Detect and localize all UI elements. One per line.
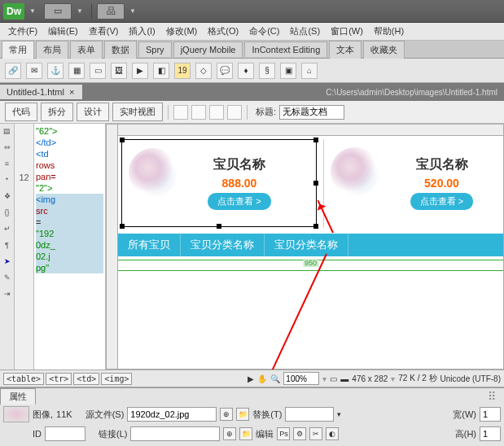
server-icon[interactable]: ◇	[195, 63, 212, 79]
link-input[interactable]	[130, 426, 220, 441]
document-path: C:\Users\admin\Desktop\images\Untitled-1…	[326, 88, 504, 97]
menu-view[interactable]: 查看(V)	[84, 24, 124, 39]
templates-icon[interactable]: ▣	[280, 63, 296, 79]
zoom-icon[interactable]: 🔍	[270, 374, 280, 383]
format-icon[interactable]: ✎	[2, 272, 13, 283]
tab-text[interactable]: 文本	[329, 41, 362, 59]
menu-modify[interactable]: 修改(M)	[161, 24, 203, 39]
menu-insert[interactable]: 插入(I)	[124, 24, 160, 39]
menu-file[interactable]: 文件(F)	[3, 24, 42, 39]
code-view-button[interactable]: 代码	[5, 103, 37, 121]
menu-site[interactable]: 站点(S)	[285, 24, 325, 39]
close-icon[interactable]: ×	[69, 87, 74, 97]
id-input[interactable]	[45, 426, 85, 441]
line-number: 12	[19, 173, 28, 182]
browser-nav-icon[interactable]	[209, 105, 224, 120]
code-column[interactable]: "62"> </td> <td rows pan= "2"> <img src …	[34, 124, 106, 369]
menu-help[interactable]: 帮助(H)	[369, 24, 409, 39]
live-code-icon[interactable]	[191, 105, 206, 120]
inspect-icon[interactable]	[173, 105, 188, 120]
highlight-icon[interactable]: {}	[2, 207, 13, 218]
title-input[interactable]	[279, 105, 344, 120]
browse-folder-icon[interactable]: 📁	[239, 427, 252, 440]
tag-table[interactable]: <table>	[3, 373, 44, 385]
alt-input[interactable]	[285, 407, 334, 422]
menu-window[interactable]: 窗口(W)	[326, 24, 368, 39]
menu-format[interactable]: 格式(O)	[203, 24, 243, 39]
height-input[interactable]	[480, 426, 501, 441]
design-view[interactable]: 宝贝名称 888.00 点击查看 > 宝贝名称 520.00 点击查看 >	[106, 124, 504, 369]
div-icon[interactable]: ▭	[90, 63, 106, 79]
screen-icon[interactable]: ▬	[340, 374, 348, 383]
tag-tr[interactable]: <tr>	[46, 373, 72, 385]
anchor-icon[interactable]: ⚓	[47, 63, 64, 79]
layout-switch-button[interactable]: ▭	[44, 3, 72, 20]
document-tab[interactable]: Untitled-1.html ×	[0, 85, 82, 99]
chevron-down-icon[interactable]: ▼	[129, 7, 139, 15]
tab-forms[interactable]: 表单	[70, 41, 103, 59]
hand-icon[interactable]: ✋	[257, 374, 267, 383]
widget-icon[interactable]: ◧	[153, 63, 169, 79]
indent-icon[interactable]: ⇥	[2, 288, 13, 300]
split-view-button[interactable]: 拆分	[41, 103, 73, 121]
open-docs-icon[interactable]: ▤	[2, 125, 13, 137]
nav-item[interactable]: 所有宝贝	[118, 234, 181, 256]
collapse-icon[interactable]: ⇔	[2, 142, 13, 153]
line-numbers-icon[interactable]: ❖	[2, 190, 13, 202]
image-icon[interactable]: 🖼	[111, 63, 127, 79]
viewport-icon[interactable]: ▭	[330, 374, 337, 383]
paw-icon[interactable]: ⠿	[488, 390, 496, 403]
syntax-icon[interactable]: ¶	[2, 239, 13, 251]
tab-spry[interactable]: Spry	[138, 42, 172, 57]
crop-icon[interactable]: ✂	[309, 427, 322, 440]
tag-img[interactable]: <img>	[101, 373, 132, 385]
word-wrap-icon[interactable]: ↵	[2, 223, 13, 234]
comment-icon[interactable]: 💬	[217, 63, 233, 79]
pointer-icon[interactable]: ▶	[248, 374, 254, 383]
expand-icon[interactable]: ≡	[2, 158, 13, 169]
hyperlink-icon[interactable]: 🔗	[5, 63, 21, 79]
properties-tab[interactable]: 属性	[0, 388, 36, 404]
selected-image[interactable]: 宝贝名称 888.00 点击查看 >	[121, 139, 317, 227]
email-icon[interactable]: ✉	[26, 63, 42, 79]
refresh-icon[interactable]	[227, 105, 242, 120]
tab-common[interactable]: 常用	[2, 41, 34, 59]
chevron-down-icon[interactable]: ▼	[29, 7, 39, 15]
select-parent-icon[interactable]: *	[2, 174, 13, 186]
edit-ps-icon[interactable]: Ps	[277, 427, 290, 440]
script-icon[interactable]: §	[259, 63, 275, 79]
design-view-button[interactable]: 设计	[77, 103, 109, 121]
table-icon[interactable]: ▦	[68, 63, 85, 79]
view-button[interactable]: 点击查看 >	[208, 193, 270, 210]
zoom-input[interactable]	[283, 372, 319, 385]
tab-layout[interactable]: 布局	[36, 41, 68, 59]
menu-commands[interactable]: 命令(C)	[244, 24, 284, 39]
src-input[interactable]	[127, 407, 217, 422]
view-button[interactable]: 点击查看 >	[410, 193, 473, 210]
point-to-file-icon[interactable]: ⊕	[220, 408, 233, 421]
tag-td[interactable]: <td>	[73, 373, 99, 385]
point-to-file-icon[interactable]: ⊕	[223, 427, 236, 440]
edit-settings-icon[interactable]: ⚙	[293, 427, 306, 440]
tab-fav[interactable]: 收藏夹	[363, 41, 405, 59]
nav-item[interactable]: 宝贝分类名称	[181, 234, 265, 256]
tab-data[interactable]: 数据	[104, 41, 137, 59]
workspace-button[interactable]: 品	[97, 3, 125, 20]
thumb-icon	[3, 406, 29, 422]
arrow-icon[interactable]: ➤	[2, 256, 13, 267]
menu-edit[interactable]: 编辑(E)	[43, 24, 83, 39]
browse-folder-icon[interactable]: 📁	[236, 408, 249, 421]
tag-icon[interactable]: ⌂	[301, 63, 318, 79]
live-view-button[interactable]: 实时视图	[112, 103, 163, 121]
media-icon[interactable]: ▶	[132, 63, 148, 79]
tab-jquery[interactable]: jQuery Mobile	[173, 42, 243, 57]
tab-ice[interactable]: InContext Editing	[244, 42, 327, 57]
main-area: ▤ ⇔ ≡ * ❖ {} ↵ ¶ ➤ ✎ ⇥ 12 "62"> </td> <t…	[0, 124, 504, 369]
resample-icon[interactable]: ◐	[326, 427, 339, 440]
chevron-down-icon[interactable]: ▼	[77, 7, 86, 15]
nav-item[interactable]: 宝贝分类名称	[265, 234, 348, 256]
width-label: 宽(W)	[453, 409, 476, 421]
width-input[interactable]	[480, 407, 501, 422]
head-icon[interactable]: ♦	[238, 63, 254, 79]
date-icon[interactable]: 19	[174, 63, 191, 79]
